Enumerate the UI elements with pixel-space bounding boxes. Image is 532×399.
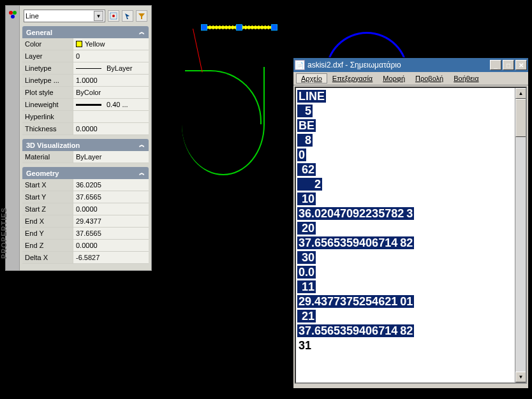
editor-selected-text: 20 xyxy=(297,222,316,235)
properties-sidebar: PROPERTIES xyxy=(6,6,20,270)
label-thickness: Thickness xyxy=(22,123,73,134)
properties-toolbar: Line ▼ xyxy=(22,8,149,26)
value-linetype[interactable]: ByLayer xyxy=(73,62,149,74)
editor-selected-text: 2 xyxy=(297,178,322,191)
filter-button[interactable] xyxy=(136,10,147,22)
entity-type-value: Line xyxy=(26,12,94,20)
label-linetype: Linetype xyxy=(22,62,73,74)
linetype-preview-icon xyxy=(76,68,101,69)
value-material[interactable]: ByLayer xyxy=(73,151,149,163)
section-general-header[interactable]: General ︽ xyxy=(22,26,149,38)
grip-mid[interactable] xyxy=(236,24,242,31)
value-thickness[interactable]: 0.0000 xyxy=(73,123,149,134)
scroll-thumb[interactable] xyxy=(515,99,526,137)
section-geometry-header[interactable]: Geometry ︽ xyxy=(22,167,149,179)
close-button[interactable]: ✕ xyxy=(515,60,527,70)
label-layer: Layer xyxy=(22,50,73,62)
notepad-editor[interactable]: LINE 5BE 80 62 2 1036.020470922357823 20… xyxy=(295,87,527,384)
value-startx[interactable]: 36.0205 xyxy=(73,179,149,191)
grip-start[interactable] xyxy=(201,24,207,31)
editor-selected-text: 36.02047092235782 xyxy=(297,207,405,220)
section-general: General ︽ ColorYellow Layer0 LinetypeByL… xyxy=(22,26,149,135)
label-endx: End X xyxy=(22,215,73,227)
value-hyperlink[interactable] xyxy=(73,111,149,122)
collapse-icon: ︽ xyxy=(139,169,145,177)
label-material: Material xyxy=(22,151,73,163)
minimize-button[interactable]: _ xyxy=(490,60,501,70)
label-starty: Start Y xyxy=(22,191,73,203)
editor-selected-text: 82 xyxy=(399,236,414,249)
grip-end[interactable] xyxy=(271,24,277,31)
editor-selected-text: 21 xyxy=(297,310,316,323)
editor-selected-text: 01 xyxy=(399,295,414,308)
notepad-icon: 📄 xyxy=(295,60,305,70)
label-plotstyle: Plot style xyxy=(22,87,73,98)
label-endy: End Y xyxy=(22,228,73,239)
quick-select-button[interactable] xyxy=(108,10,119,22)
editor-selected-text: 5 xyxy=(297,105,313,117)
value-endz[interactable]: 0.0000 xyxy=(73,240,149,251)
svg-point-0 xyxy=(9,11,13,15)
label-startx: Start X xyxy=(22,179,73,191)
svg-point-1 xyxy=(13,11,17,15)
editor-selected-text: 3 xyxy=(405,207,414,220)
value-endy[interactable]: 37.6565 xyxy=(73,228,149,239)
section-geometry-title: Geometry xyxy=(26,170,59,177)
label-color: Color xyxy=(22,38,73,50)
select-objects-button[interactable] xyxy=(122,10,133,22)
value-starty[interactable]: 37.6565 xyxy=(73,191,149,203)
label-hyperlink: Hyperlink xyxy=(22,111,73,122)
menu-view[interactable]: Προβολή xyxy=(410,73,448,83)
value-ltscale[interactable]: 1.0000 xyxy=(73,75,149,86)
notepad-titlebar[interactable]: 📄 askisi2.dxf - Σημειωματάριο _ □ ✕ xyxy=(293,58,528,72)
section-3dviz-title: 3D Visualization xyxy=(26,141,80,149)
scroll-up-button[interactable]: ▲ xyxy=(515,88,526,99)
menu-edit[interactable]: Επεξεργασία xyxy=(327,73,378,83)
color-swatch xyxy=(76,41,82,47)
value-layer[interactable]: 0 xyxy=(73,50,149,62)
editor-selected-text: 8 xyxy=(297,134,313,147)
section-3dviz-header[interactable]: 3D Visualization ︽ xyxy=(22,139,149,151)
value-endx[interactable]: 29.4377 xyxy=(73,215,149,227)
editor-selected-text: 0.0 xyxy=(297,266,316,279)
maximize-button[interactable]: □ xyxy=(503,60,514,70)
value-plotstyle[interactable]: ByColor xyxy=(73,87,149,98)
editor-selected-text: 10 xyxy=(297,192,316,205)
editor-selected-text: 82 xyxy=(399,324,414,337)
notepad-title: askisi2.dxf - Σημειωματάριο xyxy=(307,61,490,69)
properties-panel: PROPERTIES Line ▼ General ︽ ColorY xyxy=(5,5,152,271)
editor-selected-text: 37.6565359406714 xyxy=(297,324,399,337)
entity-type-combo[interactable]: Line ▼ xyxy=(24,10,105,22)
editor-selected-text: 37.6565359406714 xyxy=(297,236,399,249)
properties-title-vertical: PROPERTIES xyxy=(0,207,8,259)
editor-selected-text: 11 xyxy=(297,280,316,293)
value-startz[interactable]: 0.0000 xyxy=(73,203,149,215)
notepad-window: 📄 askisi2.dxf - Σημειωματάριο _ □ ✕ Αρχε… xyxy=(293,57,529,389)
editor-selected-text: 29.4377375254621 xyxy=(297,295,399,308)
notepad-menu: Αρχείο Επεξεργασία Μορφή Προβολή Βοήθεια xyxy=(293,72,528,85)
editor-selected-text: 62 xyxy=(297,163,316,176)
palette-icon xyxy=(8,10,18,20)
label-startz: Start Z xyxy=(22,203,73,215)
label-deltax: Delta X xyxy=(22,252,73,263)
section-3dviz: 3D Visualization ︽ MaterialByLayer xyxy=(22,139,149,163)
value-lineweight[interactable]: 0.40 ... xyxy=(73,99,149,110)
section-geometry: Geometry ︽ Start X36.0205 Start Y37.6565… xyxy=(22,167,149,264)
collapse-icon: ︽ xyxy=(139,28,145,36)
collapse-icon: ︽ xyxy=(139,141,145,149)
label-ltscale: Linetype ... xyxy=(22,75,73,86)
menu-file[interactable]: Αρχείο xyxy=(296,73,327,83)
editor-selected-text: 0 xyxy=(297,149,306,161)
lineweight-preview-icon xyxy=(76,104,101,106)
menu-help[interactable]: Βοήθεια xyxy=(448,73,484,83)
svg-point-2 xyxy=(11,15,15,18)
vertical-scrollbar[interactable]: ▲ ▼ xyxy=(515,88,526,382)
value-color[interactable]: Yellow xyxy=(73,38,149,50)
drawing-red-line xyxy=(193,29,203,73)
menu-format[interactable]: Μορφή xyxy=(378,73,410,83)
scroll-down-button[interactable]: ▼ xyxy=(515,372,526,382)
value-deltax[interactable]: -6.5827 xyxy=(73,252,149,263)
chevron-down-icon: ▼ xyxy=(94,11,103,21)
editor-selected-text: BE xyxy=(297,119,316,132)
editor-selected-text: LINE xyxy=(297,90,326,103)
